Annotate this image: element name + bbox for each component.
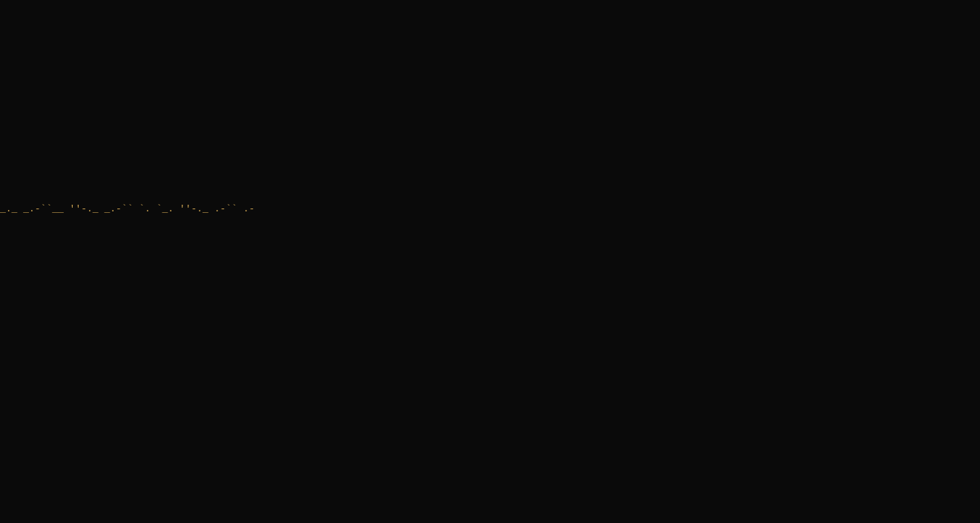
terminal — [0, 0, 980, 201]
ascii-section: _._ _.-``__ ''-._ _.-`` `. `_. ''-._ .-`… — [0, 203, 980, 216]
redis-ascii-art: _._ _.-``__ ''-._ _.-`` `. `_. ''-._ .-`… — [0, 203, 401, 216]
